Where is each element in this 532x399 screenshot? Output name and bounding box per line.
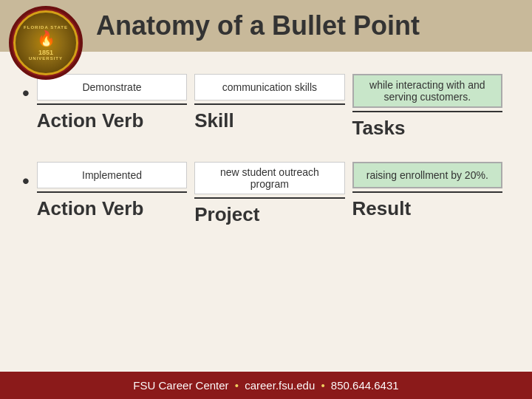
row-1: • Demonstrate Action Verb communication … <box>22 74 510 140</box>
logo: FLORIDA STATE 🔥 1851 UNIVERSITY <box>9 6 83 80</box>
footer-text: FSU Career Center • career.fsu.edu • 850… <box>15 379 517 392</box>
row2-project-box: new student outreach program <box>194 162 344 194</box>
row2-col3-line <box>352 191 502 193</box>
footer-text3: 850.644.6431 <box>331 379 399 392</box>
row2-verb-label: Action Verb <box>37 197 143 220</box>
row2-verb-box: Implemented <box>37 162 187 188</box>
row1-verb-label: Action Verb <box>37 109 143 132</box>
logo-torch-icon: 🔥 <box>37 30 55 47</box>
footer: FSU Career Center • career.fsu.edu • 850… <box>0 372 532 399</box>
row1-tasks-label: Tasks <box>352 117 406 140</box>
row1-col3-line <box>352 111 502 112</box>
row2-col3: raising enrollment by 20%. Result <box>352 162 510 226</box>
row2-col2: new student outreach program Project <box>194 162 352 226</box>
row1-skill-box: communication skills <box>194 74 344 100</box>
footer-dot2: • <box>321 379 324 392</box>
row1-col2: communication skills Skill <box>194 74 352 140</box>
row-2: • Implemented Action Verb new student ou… <box>22 162 510 226</box>
bullet-2: • <box>22 169 30 193</box>
row1-col3: while interacting with and serving custo… <box>352 74 510 140</box>
footer-text2: career.fsu.edu <box>245 379 315 392</box>
main-content: • Demonstrate Action Verb communication … <box>0 52 532 248</box>
row2-result-label: Result <box>352 197 411 220</box>
row1-col1: Demonstrate Action Verb <box>37 74 194 140</box>
row2-columns: Implemented Action Verb new student outr… <box>37 162 510 226</box>
row2-col2-line <box>194 197 344 199</box>
row2-result-box: raising enrollment by 20%. <box>352 162 502 188</box>
row1-col2-line <box>194 103 344 105</box>
row1-columns: Demonstrate Action Verb communication sk… <box>37 74 510 140</box>
row2-col1: Implemented Action Verb <box>37 162 194 226</box>
row1-col1-line <box>37 103 187 105</box>
bullet-1: • <box>22 81 30 105</box>
logo-year: 1851 <box>38 49 53 56</box>
row1-skill-label: Skill <box>194 109 233 132</box>
logo-bottom-text: UNIVERSITY <box>29 56 63 61</box>
footer-dot1: • <box>235 379 239 392</box>
row2-project-label: Project <box>194 203 259 226</box>
footer-text1: FSU Career Center <box>133 379 228 392</box>
row2-col1-line <box>37 191 187 193</box>
page-title: Anatomy of a Bullet Point <box>96 10 420 41</box>
row1-tasks-box: while interacting with and serving custo… <box>352 74 502 108</box>
